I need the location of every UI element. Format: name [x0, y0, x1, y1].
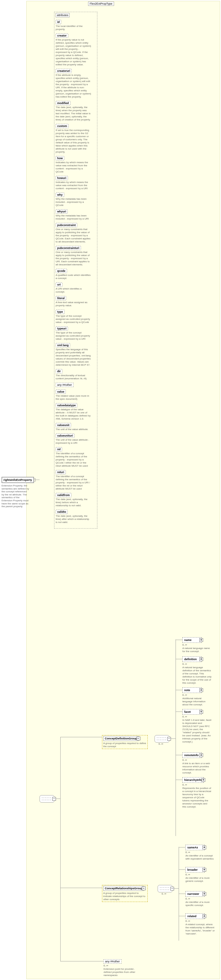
element-box[interactable]: remoteInfo+: [182, 752, 202, 758]
plus-icon[interactable]: +: [202, 846, 206, 850]
attribute-name[interactable]: how: [56, 156, 64, 161]
element-box[interactable]: definition+: [182, 656, 202, 662]
attribute-desc: The type of the concept assigned as cont…: [56, 331, 91, 340]
attribute-uri: uriA URI which identifies a concept.: [56, 282, 96, 294]
element-desc: A related concept, where the relationshi…: [185, 923, 215, 935]
sequence-dots: [42, 798, 51, 800]
root-element-box[interactable]: rightsInfoExtProperty: [2, 477, 34, 483]
group-concept-definition-box[interactable]: ConceptDefinitionGroup −: [103, 736, 139, 741]
element-box[interactable]: broader+: [185, 867, 205, 873]
attribute-name[interactable]: pubconstrainturi: [56, 246, 81, 250]
attribute-name[interactable]: valuedatatype: [56, 403, 77, 407]
connector: [173, 888, 178, 889]
attribute-name[interactable]: whyuri: [56, 209, 68, 214]
element-box[interactable]: sameAs+: [185, 845, 205, 850]
group-concept-relationships-desc: A group of properites required to indica…: [103, 892, 147, 901]
attribute-name[interactable]: validfrom: [56, 493, 71, 497]
attribute-name[interactable]: valueunituri: [56, 433, 74, 438]
element-box[interactable]: narrower+: [185, 891, 205, 897]
cardinality: 0..∞: [182, 759, 212, 761]
element-box[interactable]: hierarchyInfo+: [182, 777, 204, 783]
connector: [175, 659, 182, 659]
attribute-name[interactable]: howuri: [56, 176, 68, 180]
attribute-creatoruri: creatoruriIf the attribute is empty, spe…: [56, 69, 96, 99]
plus-icon[interactable]: +: [199, 657, 203, 661]
element-desc: Represents the position of a concept in …: [182, 787, 212, 808]
element-box[interactable]: note+: [182, 687, 202, 693]
element-hierarchyinfo: hierarchyInfo+0..∞Represents the positio…: [182, 777, 212, 808]
attribute-name[interactable]: rel: [56, 447, 62, 452]
attribute-desc: One or many constraints that apply to pu…: [56, 251, 91, 266]
any-other-box[interactable]: any ##other: [104, 959, 122, 964]
minus-icon[interactable]: −: [137, 737, 140, 740]
attribute-desc: Why the metadata has been included - exp…: [56, 214, 91, 220]
attribute-desc: The type of the concept assigned as cont…: [56, 315, 91, 324]
attribute-name[interactable]: xml:lang: [56, 343, 70, 347]
attribute-name[interactable]: qcode: [56, 269, 67, 273]
attribute-name[interactable]: creatoruri: [56, 69, 72, 73]
attribute-literal: literalA free-text value assigned as pro…: [56, 296, 96, 307]
connector: [178, 847, 179, 941]
attribute-name[interactable]: validto: [56, 510, 68, 514]
element-note: note+0..∞Additional natural language inf…: [182, 687, 212, 706]
sequence-main[interactable]: −: [39, 795, 54, 803]
attribute-name[interactable]: dir: [56, 369, 62, 374]
attribute-pubconstrainturi: pubconstrainturiOne or many constraints …: [56, 246, 96, 266]
plus-icon[interactable]: +: [202, 868, 206, 872]
attribute-name[interactable]: typeuri: [56, 326, 68, 331]
attribute-rel: relThe identifier of a concept defining …: [56, 447, 96, 468]
plus-icon[interactable]: +: [199, 688, 203, 692]
sequence-dots: [157, 738, 166, 740]
element-box[interactable]: name+: [182, 637, 202, 643]
plus-icon[interactable]: +: [202, 892, 206, 896]
attribute-name[interactable]: valueunit: [56, 423, 71, 427]
plus-icon[interactable]: +: [202, 778, 205, 782]
toggle-icon[interactable]: −: [170, 887, 174, 891]
attribute-name[interactable]: why: [56, 192, 64, 197]
attribute-name[interactable]: creator: [56, 33, 68, 38]
attribute-name[interactable]: uri: [56, 282, 62, 287]
connector: [175, 780, 182, 780]
attribute-name[interactable]: type: [56, 310, 65, 314]
element-box[interactable]: facet+: [182, 709, 202, 714]
attribute-dir: dirThe directionality of textual content…: [56, 369, 96, 380]
element-desc: An identifier of a concept with equivale…: [185, 854, 215, 861]
attribute-name[interactable]: custom: [56, 124, 69, 128]
sequence-def[interactable]: −: [155, 735, 169, 743]
sequence-rel[interactable]: −: [158, 885, 172, 892]
cardinality: 0..∞: [182, 663, 212, 665]
element-broader: broader+0..∞An identifier of a more gene…: [185, 867, 215, 883]
group-concept-relationships-box[interactable]: ConceptRelationshipsGroup −: [103, 886, 144, 891]
toggle-icon[interactable]: −: [52, 797, 56, 801]
attribute-pubconstraint: pubconstraintOne or many constraints tha…: [56, 223, 96, 243]
connector: [175, 711, 182, 712]
sequence-dots: [160, 888, 169, 890]
attribute-qcode: qcodeA qualified code which identifies a…: [56, 269, 96, 280]
element-box[interactable]: related+: [185, 913, 205, 919]
element-sameas: sameAs+0..∞An identifier of a concept wi…: [185, 845, 215, 861]
attribute-name[interactable]: value: [56, 390, 66, 394]
toggle-icon[interactable]: −: [167, 737, 171, 741]
minus-icon[interactable]: −: [142, 886, 145, 890]
root-element: rightsInfoExtProperty Extension Property…: [2, 477, 34, 508]
attribute-whyuri: whyuriWhy the metadata has been included…: [56, 209, 96, 220]
attribute-name[interactable]: modified: [56, 101, 71, 105]
attribute-name[interactable]: literal: [56, 296, 66, 300]
attribute-name[interactable]: id: [56, 20, 61, 24]
attribute-modified: modifiedThe date (and, optionally, the t…: [56, 101, 96, 121]
plus-icon[interactable]: +: [202, 914, 206, 918]
attribute-valuedatatype: valuedatatypeThe datatype of the value a…: [56, 403, 96, 420]
plus-icon[interactable]: +: [199, 638, 203, 642]
attribute-custom: customIf set to true the corresponding p…: [56, 124, 96, 154]
attribute-name[interactable]: reluri: [56, 470, 66, 474]
attribute-typeuri: typeuriThe type of the concept assigned …: [56, 326, 96, 340]
element-desc: A link to an item or a web resource whic…: [182, 762, 212, 775]
plus-icon[interactable]: +: [199, 710, 203, 714]
attribute-name[interactable]: pubconstraint: [56, 223, 77, 227]
group-concept-definition-desc: A group of properites required to define…: [103, 742, 147, 748]
plus-icon[interactable]: +: [199, 753, 203, 757]
element-desc: An identifier of a more generic concept.: [185, 877, 215, 883]
attribute-name[interactable]: any ##other: [56, 383, 74, 387]
cardinality: 0..∞: [182, 715, 212, 718]
attribute-desc: The date (and, optionally, the time) aft…: [56, 515, 91, 524]
